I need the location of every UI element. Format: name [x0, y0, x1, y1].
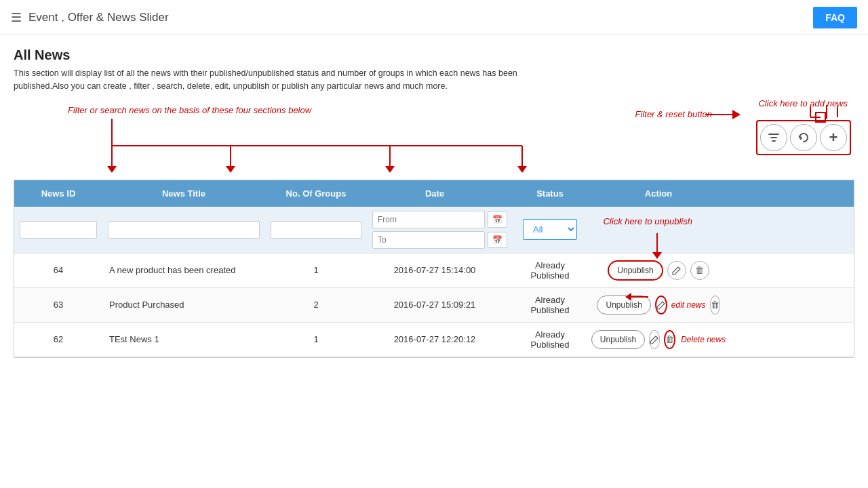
- content-area: All News This section will display list …: [0, 35, 868, 488]
- filter-annotation-text: Filter or search news on the basis of th…: [68, 105, 311, 115]
- filter-reset-annotation: Filter & reset button: [635, 109, 712, 119]
- row3-date: 2016-07-27 12:20:12: [367, 327, 502, 351]
- to-row: 📅: [372, 231, 497, 249]
- page-description: This section will display list of all th…: [14, 67, 570, 93]
- to-input[interactable]: [372, 231, 485, 249]
- page-title: All News: [14, 47, 854, 63]
- row2-date: 2016-07-27 15:09:21: [367, 293, 502, 317]
- row1-status: AlreadyPublished: [502, 253, 597, 287]
- table-row: 64 A new product has been created 1 2016…: [14, 253, 854, 288]
- top-bar-left: ☰ Event , Offer & News Slider: [11, 10, 169, 25]
- row2-status: AlreadyPublished: [502, 288, 597, 322]
- svg-marker-11: [732, 110, 741, 119]
- unpublish-annotation: Click here to unpublish: [603, 216, 692, 226]
- filter-groups-cell: [265, 217, 367, 243]
- col-groups: No. Of Groups: [265, 180, 367, 207]
- row3-edit-button[interactable]: [649, 330, 660, 349]
- edit-icon: [650, 335, 659, 344]
- from-input[interactable]: [372, 211, 485, 228]
- reset-icon: [797, 131, 810, 144]
- row2-delete-button[interactable]: 🗑: [710, 296, 720, 314]
- col-news-id: News ID: [14, 180, 102, 207]
- top-bar: ☰ Event , Offer & News Slider FAQ: [0, 0, 868, 35]
- svg-marker-5: [226, 166, 235, 173]
- row3-id: 62: [14, 327, 102, 351]
- filter-button[interactable]: [760, 124, 787, 151]
- edit-icon: [672, 266, 682, 275]
- svg-marker-18: [652, 252, 662, 259]
- row2-edit-button[interactable]: [655, 296, 667, 314]
- row3-groups: 1: [265, 327, 367, 351]
- svg-marker-3: [107, 166, 117, 173]
- col-news-title: News Title: [102, 180, 265, 207]
- row3-status: AlreadyPublished: [502, 323, 597, 357]
- col-date: Date: [367, 180, 502, 207]
- row2-unpublish-button[interactable]: Unpublish: [597, 296, 650, 314]
- row3-unpublish-button[interactable]: Unpublish: [591, 330, 645, 349]
- row1-unpublish-button[interactable]: Unpublish: [608, 260, 663, 281]
- table-row: 62 TEst News 1 1 2016-07-27 12:20:12 Alr…: [14, 323, 854, 357]
- row1-action: Click here to unpublish Unpublish 🗑: [597, 253, 719, 287]
- row2-title: Product Purchased: [102, 293, 265, 317]
- filter-id-cell: [14, 217, 102, 243]
- row1-edit-button[interactable]: [667, 261, 686, 280]
- filter-action-cell: [597, 226, 719, 234]
- filter-title-input[interactable]: [108, 221, 260, 239]
- filter-groups-input[interactable]: [271, 221, 361, 239]
- filter-date-cell: 📅 📅: [367, 207, 502, 253]
- date-filter: 📅 📅: [372, 211, 497, 249]
- row1-delete-button[interactable]: 🗑: [690, 261, 709, 280]
- table-header: News ID News Title No. Of Groups Date St…: [14, 180, 854, 207]
- filter-id-input[interactable]: [20, 221, 97, 239]
- delete-annotation: Delete news: [681, 335, 726, 344]
- row3-delete-button[interactable]: 🗑: [664, 330, 675, 349]
- filter-row: 📅 📅 All Published Unpublished: [14, 207, 854, 253]
- filter-status-cell: All Published Unpublished: [502, 215, 597, 244]
- reset-button[interactable]: [790, 124, 817, 151]
- table-row: 63 Product Purchased 2 2016-07-27 15:09:…: [14, 288, 854, 323]
- filter-icon: [768, 131, 780, 144]
- faq-button[interactable]: FAQ: [813, 7, 857, 28]
- row3-action: Unpublish 🗑 Delete news: [597, 323, 719, 356]
- menu-icon: ☰: [11, 10, 22, 25]
- annotation-area: Filter or search news on the basis of th…: [14, 105, 854, 180]
- toolbar-buttons: +: [756, 120, 851, 155]
- row1-id: 64: [14, 258, 102, 282]
- svg-marker-7: [385, 166, 395, 173]
- row3-title: TEst News 1: [102, 327, 265, 351]
- row1-date: 2016-07-27 15:14:00: [367, 258, 502, 282]
- row1-groups: 1: [265, 258, 367, 282]
- row2-groups: 2: [265, 293, 367, 317]
- status-select[interactable]: All Published Unpublished: [523, 219, 577, 240]
- row1-title: A new product has been created: [102, 258, 265, 282]
- row2-action: Unpublish edit news 🗑: [597, 289, 719, 321]
- edit-annotation: edit news: [671, 300, 706, 310]
- svg-marker-9: [517, 166, 527, 173]
- filter-title-cell: [102, 217, 265, 243]
- news-table: News ID News Title No. Of Groups Date St…: [14, 180, 854, 358]
- row2-id: 63: [14, 293, 102, 317]
- col-action: Action: [597, 180, 719, 207]
- annotation-arrows: [14, 105, 854, 180]
- from-row: 📅: [372, 211, 497, 228]
- edit-icon: [656, 300, 666, 310]
- add-news-button[interactable]: +: [820, 124, 847, 151]
- col-status: Status: [502, 180, 597, 207]
- app-title: Event , Offer & News Slider: [28, 11, 169, 24]
